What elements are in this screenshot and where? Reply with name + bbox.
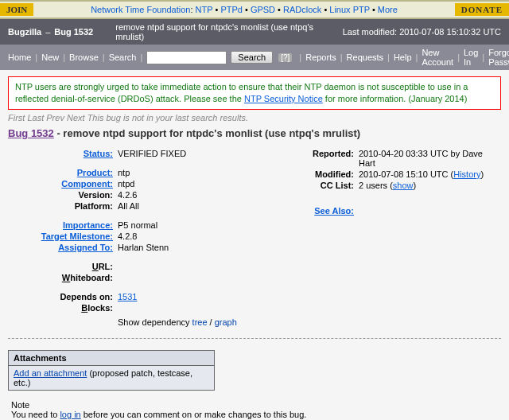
fields-right: Reported:2010-04-20 03:33 UTC by Dave Ha… [294, 147, 501, 327]
top-link-ptpd[interactable]: PTPd [220, 5, 243, 14]
show-dependency: Show dependency tree / graph [118, 317, 270, 327]
join-button[interactable]: JOIN [0, 3, 33, 16]
add-attachment-link[interactable]: Add an attachment [14, 368, 87, 378]
bug-summary: remove ntpd support for ntpdc's monlist … [115, 22, 342, 41]
label-url: URL: [8, 262, 118, 271]
label-status[interactable]: Status: [84, 149, 113, 158]
nav-bar: Home| New| Browse| Search| Search [?]| R… [0, 45, 509, 70]
val-assigned: Harlan Stenn [118, 243, 270, 252]
nav-forgot[interactable]: Forgot Password [488, 48, 509, 67]
label-depends: Depends on: [8, 292, 118, 301]
val-product: ntp [118, 168, 270, 177]
security-notice: NTP users are strongly urged to take imm… [8, 76, 501, 110]
top-links: Network Time Foundation: NTP • PTPd • GP… [33, 5, 454, 14]
bug-title-link[interactable]: Bug 1532 [8, 127, 54, 139]
top-link-linuxptp[interactable]: Linux PTP [329, 5, 370, 14]
nav-browse[interactable]: Browse [69, 52, 99, 62]
app-name: Bugzilla [8, 27, 41, 37]
depends-link[interactable]: 1531 [118, 292, 137, 301]
top-link-radclock[interactable]: RADclock [283, 5, 321, 14]
dep-graph-link[interactable]: graph [215, 317, 237, 327]
val-status: VERIFIED FIXED [118, 149, 270, 158]
top-link-gpsd[interactable]: GPSD [251, 5, 275, 14]
label-milestone[interactable]: Target Milestone: [41, 231, 113, 241]
history-link[interactable]: History [453, 169, 480, 179]
note-box: Note You need to log in before you can c… [8, 400, 501, 419]
top-link-ntp[interactable]: NTP [196, 5, 213, 14]
label-product[interactable]: Product: [77, 168, 113, 177]
nav-new[interactable]: New [41, 52, 59, 62]
nav-search[interactable]: Search [109, 52, 137, 62]
search-result-note: First Last Prev Next This bug is not in … [8, 113, 501, 122]
label-importance[interactable]: Importance: [63, 220, 113, 230]
nav-reports[interactable]: Reports [305, 52, 336, 62]
label-assigned[interactable]: Assigned To: [58, 243, 113, 252]
nav-home[interactable]: Home [8, 52, 31, 62]
note-heading: Note [11, 400, 501, 410]
bug-id: Bug 1532 [54, 27, 93, 37]
search-input[interactable] [146, 51, 227, 64]
attachments-body: Add an attachment (proposed patch, testc… [9, 366, 214, 390]
val-component: ntpd [118, 179, 270, 189]
donate-button[interactable]: DONATE [455, 3, 509, 16]
attachments-header: Attachments [9, 351, 214, 366]
top-link-more[interactable]: More [378, 5, 398, 14]
val-importance: P5 normal [118, 220, 270, 230]
fields-left: Status:VERIFIED FIXED Product:ntp Compon… [8, 147, 270, 327]
val-cc: 2 users (show) [359, 181, 501, 190]
nav-newaccount[interactable]: New Account [422, 48, 453, 67]
search-button[interactable]: Search [231, 51, 273, 64]
label-platform: Platform: [8, 201, 118, 211]
val-version: 4.2.6 [118, 190, 270, 200]
label-cc: CC List: [294, 181, 359, 190]
val-modified: 2010-07-08 15:10 UTC (History) [359, 169, 501, 179]
label-component[interactable]: Component: [61, 179, 113, 189]
divider [8, 338, 501, 339]
page-header: Bugzilla – Bug 1532 remove ntpd support … [0, 19, 509, 45]
nav-login[interactable]: Log In [464, 48, 478, 67]
label-blocks: Blocks: [8, 303, 118, 313]
login-link[interactable]: log in [60, 410, 80, 419]
val-platform: All All [118, 201, 270, 211]
label-version: Version: [8, 190, 118, 200]
help-icon[interactable]: [?] [278, 53, 292, 62]
val-milestone: 4.2.8 [118, 231, 270, 241]
header-sep: – [45, 27, 50, 37]
attachments-box: Attachments Add an attachment (proposed … [8, 350, 215, 391]
bug-title: Bug 1532 - remove ntpd support for ntpdc… [8, 127, 501, 139]
label-modified: Modified: [294, 169, 359, 179]
label-reported: Reported: [294, 149, 359, 168]
ntf-link[interactable]: Network Time Foundation [91, 5, 190, 14]
cc-show-link[interactable]: show [393, 181, 414, 190]
nav-help[interactable]: Help [394, 52, 412, 62]
dep-tree-link[interactable]: tree [192, 317, 208, 327]
label-seealso[interactable]: See Also: [314, 206, 354, 216]
val-reported: 2010-04-20 03:33 UTC by Dave Hart [359, 149, 501, 168]
nav-requests[interactable]: Requests [347, 52, 383, 62]
top-bar: JOIN Network Time Foundation: NTP • PTPd… [0, 0, 509, 19]
last-modified: Last modified: 2010-07-08 15:10:32 UTC [343, 27, 501, 37]
security-notice-link[interactable]: NTP Security Notice [244, 94, 323, 103]
content: NTP users are strongly urged to take imm… [0, 70, 509, 420]
label-whiteboard: Whiteboard: [8, 273, 118, 282]
